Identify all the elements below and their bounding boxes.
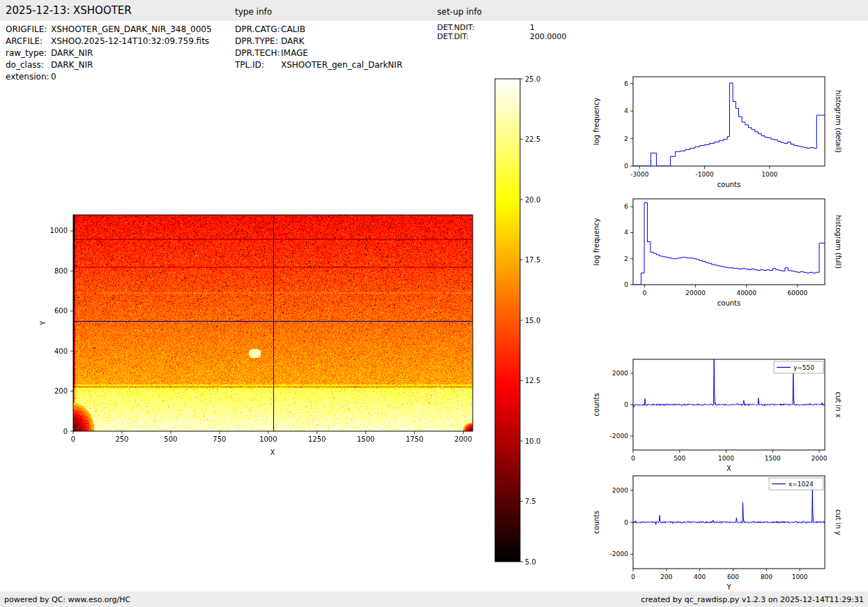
y-tick-label: 800 xyxy=(54,267,68,275)
colorbar-tick-label: 12.5 xyxy=(525,377,540,384)
colorbar-frame xyxy=(495,79,520,562)
colorbar-axes: 25.022.520.017.515.012.510.07.55.0 xyxy=(488,73,586,569)
data-line xyxy=(633,203,825,285)
meta-value: IMAGE xyxy=(281,48,308,58)
colorbar-tick-label: 25.0 xyxy=(525,75,540,83)
footer-bar: powered by QC: www.eso.org/HC created by… xyxy=(0,592,868,607)
meta-row: raw_type:DARK_NIR xyxy=(6,47,212,59)
meta-value: 200.0000 xyxy=(530,32,567,41)
meta-value: XSHOOTER_GEN_DARK_NIR_348_0005 xyxy=(51,24,212,34)
x-axis-label: counts xyxy=(717,299,740,307)
x-tick-label: 1000 xyxy=(718,455,734,462)
meta-value: CALIB xyxy=(281,24,305,34)
x-tick-label: 0 xyxy=(71,435,75,443)
type-info-heading: type info xyxy=(235,7,272,17)
colorbar-tick-label: 20.0 xyxy=(525,196,540,204)
setup-info-list: DET.NDIT:1DET.DIT:200.0000 xyxy=(437,23,567,41)
meta-label: DPR.TECH: xyxy=(235,47,281,59)
y-tick-label: 0 xyxy=(624,519,628,526)
y-tick-label: 1000 xyxy=(50,227,68,234)
y-tick-label: -2000 xyxy=(610,550,628,557)
y-tick-label: 200 xyxy=(54,387,68,395)
x-tick-label: 600 xyxy=(727,574,739,580)
meta-row: extension:0 xyxy=(6,71,212,83)
page-title: 2025-12-13: XSHOOTER xyxy=(6,4,132,17)
colorbar-tick-label: 10.0 xyxy=(525,437,540,445)
meta-row: DPR.TYPE:DARK xyxy=(235,36,402,47)
plot-cut_x: 0500100015002000-200002000Xcountscut in … xyxy=(589,354,848,481)
x-tick-label: 2000 xyxy=(812,455,828,462)
x-tick-label: 60000 xyxy=(788,290,808,297)
y-tick-label: 2 xyxy=(624,255,628,262)
colorbar-tick-label: 7.5 xyxy=(525,497,536,505)
y-tick-label: -2000 xyxy=(610,433,628,440)
meta-label: DPR.CATG: xyxy=(235,24,281,36)
x-tick-label: 0 xyxy=(643,290,647,297)
x-tick-label: 1250 xyxy=(308,435,326,443)
meta-row: DPR.TECH:IMAGE xyxy=(235,47,402,59)
x-tick-label: 500 xyxy=(673,455,685,462)
meta-value: 1 xyxy=(530,23,535,32)
y-tick-label: 0 xyxy=(624,163,628,170)
x-tick-label: 1500 xyxy=(357,435,374,443)
meta-value: 0 xyxy=(51,72,56,82)
meta-value: DARK_NIR xyxy=(51,48,93,58)
plot-histogram_full: 02000040000600000246countslog frequencyh… xyxy=(589,193,848,315)
x-axis-label: X xyxy=(271,449,275,456)
plot-side-label: histogram (full) xyxy=(835,215,842,269)
data-line xyxy=(633,488,825,524)
x-axis-label: Y xyxy=(726,583,731,591)
y-tick-label: 2000 xyxy=(612,370,628,377)
meta-value: XSHOO.2025-12-14T10:32:09.759.fits xyxy=(51,36,209,46)
x-tick-label: 0 xyxy=(631,574,635,580)
y-axis-label: counts xyxy=(593,393,600,416)
meta-label: DPR.TYPE: xyxy=(235,36,281,47)
plot-cut_y: 02004006008001000-200002000Ycountscut in… xyxy=(589,470,848,599)
plot-histogram_detail: -3000-100010000246countslog frequencyhis… xyxy=(589,71,848,197)
x-tick-label: 1000 xyxy=(792,574,808,580)
x-tick-label: 2000 xyxy=(455,435,472,443)
axes-frame xyxy=(633,77,825,166)
y-axis-label: Y xyxy=(39,320,47,326)
setup-info-heading: set-up info xyxy=(437,7,482,17)
meta-row: DET.DIT:200.0000 xyxy=(437,32,567,41)
y-tick-label: 4 xyxy=(624,107,628,114)
x-tick-label: 40000 xyxy=(736,290,756,297)
y-tick-label: 4 xyxy=(624,229,628,236)
y-tick-label: 0 xyxy=(63,428,68,435)
x-tick-label: -3000 xyxy=(630,171,648,178)
y-tick-label: 6 xyxy=(624,80,628,87)
x-axis-label: counts xyxy=(717,181,740,188)
x-tick-label: 1750 xyxy=(406,435,423,443)
data-line xyxy=(633,83,825,166)
x-tick-label: 20000 xyxy=(685,290,706,297)
y-tick-label: 2 xyxy=(624,135,628,142)
type-info-list: DPR.CATG:CALIBDPR.TYPE:DARKDPR.TECH:IMAG… xyxy=(235,24,402,71)
x-tick-label: 250 xyxy=(115,435,128,443)
plot-side-label: histogram (detail) xyxy=(835,90,842,153)
colorbar-tick-label: 22.5 xyxy=(525,135,540,143)
y-tick-label: 6 xyxy=(624,203,628,210)
x-tick-label: 800 xyxy=(761,574,772,580)
y-tick-label: 2000 xyxy=(612,487,628,494)
colorbar-tick-label: 15.0 xyxy=(525,317,540,324)
header-bar: 2025-12-13: XSHOOTER type info set-up in… xyxy=(0,0,868,21)
x-tick-label: 750 xyxy=(213,435,226,443)
meta-label: raw_type: xyxy=(6,47,51,59)
y-tick-label: 400 xyxy=(54,347,68,355)
plot-side-label: cut in y xyxy=(835,509,842,535)
file-info-list: ORIGFILE:XSHOOTER_GEN_DARK_NIR_348_0005A… xyxy=(6,24,212,83)
meta-label: do_class: xyxy=(6,59,51,71)
main-plot-axes: 0250500750100012501500175020000200400600… xyxy=(31,206,492,457)
legend-label: y=550 xyxy=(793,364,814,371)
meta-row: do_class:DARK_NIR xyxy=(6,59,212,71)
x-tick-label: 1500 xyxy=(765,455,781,462)
plot-side-label: cut in x xyxy=(835,391,842,417)
x-tick-label: 400 xyxy=(694,574,706,580)
meta-label: ARCFILE: xyxy=(6,36,51,47)
y-axis-label: log frequency xyxy=(593,98,600,146)
meta-row: DPR.CATG:CALIB xyxy=(235,24,402,36)
meta-label: DET.DIT: xyxy=(437,32,530,41)
colorbar-tick-label: 5.0 xyxy=(525,558,536,566)
x-tick-label: 1000 xyxy=(761,171,777,178)
